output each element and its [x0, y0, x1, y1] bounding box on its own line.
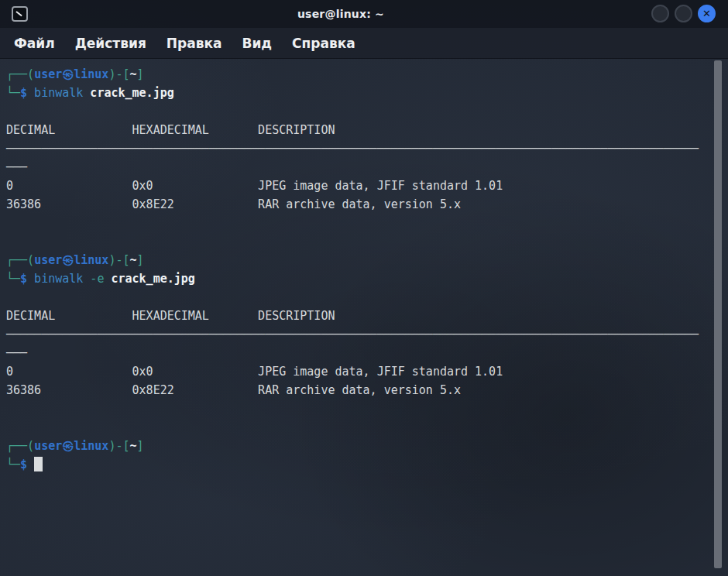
- command-filename: crack_me.jpg: [104, 272, 194, 286]
- binwalk-result-row: 36386 0x8E22 RAR archive data, version 5…: [6, 195, 728, 214]
- menu-view[interactable]: Вид: [242, 36, 272, 51]
- blank-line: [6, 102, 728, 121]
- menu-edit[interactable]: Правка: [167, 36, 222, 51]
- binwalk-separator-wrap: ───: [6, 344, 728, 362]
- scrollbar-thumb[interactable]: [714, 60, 722, 568]
- prompt-dollar: $: [20, 86, 27, 100]
- prompt-line: ┌──(user㉿linux)-[~]: [6, 65, 728, 84]
- menu-help[interactable]: Справка: [292, 36, 355, 51]
- prompt-frame-close: ]: [137, 439, 144, 453]
- prompt-dollar: $: [20, 272, 27, 286]
- prompt-host: linux: [74, 253, 108, 267]
- blank-line: [6, 288, 728, 307]
- binwalk-separator: ────────────────────────────────────────…: [6, 325, 728, 344]
- binwalk-result-row: 36386 0x8E22 RAR archive data, version 5…: [6, 381, 728, 399]
- window-controls: ✕: [651, 5, 716, 22]
- prompt-path: ~: [130, 67, 137, 81]
- prompt-dollar: $: [20, 458, 27, 471]
- prompt-frame-tail: └─: [6, 86, 20, 100]
- prompt-frame-open: ┌──(: [6, 67, 34, 81]
- command-text: binwalk: [27, 272, 83, 286]
- prompt-frame-close: ]: [137, 253, 144, 267]
- blank-line: [6, 214, 728, 232]
- terminal-content: ┌──(user㉿linux)-[~] └─$ binwalk crack_me…: [0, 59, 728, 474]
- terminal-cursor-glyph: [15, 11, 22, 16]
- scrollbar-track[interactable]: [708, 60, 728, 575]
- prompt-frame-open: ┌──(: [6, 439, 34, 453]
- menu-file[interactable]: Файл: [14, 36, 55, 51]
- minimize-button[interactable]: [651, 5, 669, 22]
- prompt-path: ~: [130, 439, 137, 453]
- blank-line: [6, 399, 728, 418]
- prompt-at-symbol: ㉿: [62, 439, 74, 453]
- terminal-cursor: [34, 457, 43, 471]
- prompt-frame-mid: )-[: [108, 67, 129, 81]
- prompt-at-symbol: ㉿: [62, 67, 74, 81]
- terminal-viewport[interactable]: ┌──(user㉿linux)-[~] └─$ binwalk crack_me…: [0, 59, 728, 575]
- prompt-host: linux: [74, 439, 108, 453]
- binwalk-separator: ────────────────────────────────────────…: [6, 139, 728, 158]
- blank-line: [6, 418, 728, 437]
- window-title: user@linux: ~: [0, 8, 728, 20]
- prompt-frame-open: ┌──(: [6, 253, 34, 267]
- binwalk-separator-wrap: ───: [6, 158, 728, 177]
- maximize-button[interactable]: [675, 5, 692, 22]
- prompt-host: linux: [74, 67, 108, 81]
- prompt-user: user: [34, 253, 62, 267]
- close-button[interactable]: ✕: [698, 5, 716, 22]
- prompt-user: user: [34, 67, 62, 81]
- menu-actions[interactable]: Действия: [75, 36, 146, 51]
- command-text: binwalk: [27, 86, 83, 100]
- command-filename: crack_me.jpg: [83, 86, 173, 100]
- prompt-line: ┌──(user㉿linux)-[~]: [6, 251, 728, 269]
- menubar: Файл Действия Правка Вид Справка: [0, 28, 728, 59]
- binwalk-result-row: 0 0x0 JPEG image data, JFIF standard 1.0…: [6, 177, 728, 195]
- binwalk-header-row: DECIMAL HEXADECIMAL DESCRIPTION: [6, 121, 728, 139]
- prompt-user: user: [34, 439, 62, 453]
- terminal-window: user@linux: ~ ✕ Файл Действия Правка Вид…: [0, 0, 728, 576]
- prompt-line: ┌──(user㉿linux)-[~]: [6, 437, 728, 455]
- prompt-frame-mid: )-[: [108, 253, 129, 267]
- command-line: └─$ binwalk -e crack_me.jpg: [6, 269, 728, 288]
- titlebar[interactable]: user@linux: ~ ✕: [0, 0, 728, 28]
- command-args: -e: [83, 272, 104, 286]
- command-line: └─$ binwalk crack_me.jpg: [6, 84, 728, 102]
- binwalk-header-row: DECIMAL HEXADECIMAL DESCRIPTION: [6, 307, 728, 325]
- binwalk-result-row: 0 0x0 JPEG image data, JFIF standard 1.0…: [6, 362, 728, 381]
- terminal-app-icon[interactable]: [12, 6, 28, 22]
- prompt-path: ~: [130, 253, 137, 267]
- prompt-at-symbol: ㉿: [62, 253, 74, 267]
- prompt-frame-tail: └─: [6, 272, 20, 286]
- blank-line: [6, 232, 728, 251]
- active-command-line[interactable]: └─$: [6, 455, 728, 474]
- prompt-frame-mid: )-[: [108, 439, 129, 453]
- prompt-frame-tail: └─: [6, 458, 20, 471]
- prompt-frame-close: ]: [137, 67, 144, 81]
